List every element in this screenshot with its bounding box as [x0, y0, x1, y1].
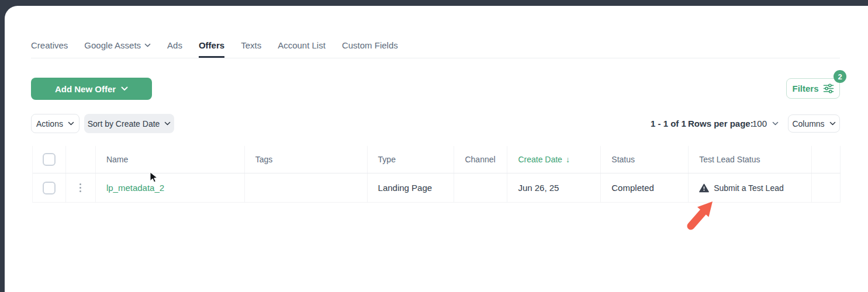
header-create-date-label: Create Date [518, 155, 562, 164]
tab-ads[interactable]: Ads [167, 33, 182, 58]
warning-icon [699, 183, 709, 193]
columns-label: Columns [792, 119, 824, 128]
row-menu-cell [66, 173, 96, 202]
add-new-offer-button[interactable]: Add New Offer [31, 78, 152, 100]
table-header-row: Name Tags Type Channel Create Date ↓ Sta… [33, 146, 841, 173]
header-menu-cell [66, 146, 96, 173]
cell-status: Completed [601, 173, 689, 202]
rows-per-page-select[interactable]: 100 [752, 114, 779, 133]
pagination-range: 1 - 1 of 1 [651, 114, 686, 133]
filters-label: Filters [792, 84, 818, 93]
header-type[interactable]: Type [368, 146, 455, 173]
chevron-down-icon [772, 121, 779, 126]
row-checkbox[interactable] [43, 182, 56, 194]
header-select-cell [33, 146, 66, 173]
chevron-down-icon [164, 121, 171, 126]
filters-count-badge: 2 [834, 70, 846, 83]
header-status[interactable]: Status [601, 146, 689, 173]
tab-texts[interactable]: Texts [241, 33, 261, 58]
actions-label: Actions [36, 119, 63, 128]
header-test-lead-status[interactable]: Test Lead Status [689, 146, 812, 173]
row-spacer-cell [812, 173, 841, 202]
cell-tags [245, 173, 368, 202]
tab-label: Offers [199, 40, 224, 50]
add-new-offer-label: Add New Offer [55, 84, 116, 94]
header-tags[interactable]: Tags [245, 146, 368, 173]
chevron-down-icon [68, 121, 74, 126]
actions-button[interactable]: Actions [31, 114, 79, 133]
chevron-down-icon [144, 43, 151, 47]
row-select-cell [33, 173, 66, 202]
tab-label: Account List [278, 40, 326, 50]
cell-create-date: Jun 26, 25 [507, 173, 601, 202]
filters-button[interactable]: Filters [786, 78, 840, 99]
tab-bar: Creatives Google Assets Ads Offers Texts… [31, 33, 840, 58]
cell-type: Landing Page [368, 173, 455, 202]
sort-by-button[interactable]: Sort by Create Date [84, 114, 174, 133]
tab-creatives[interactable]: Creatives [31, 33, 68, 58]
select-all-checkbox[interactable] [43, 153, 56, 166]
tab-label: Texts [241, 40, 261, 50]
columns-button[interactable]: Columns [788, 114, 840, 133]
tab-label: Creatives [31, 40, 68, 50]
tab-label: Ads [167, 40, 182, 50]
mouse-cursor-icon [150, 172, 158, 183]
sort-by-label: Sort by Create Date [88, 119, 160, 128]
test-lead-status-label: Submit a Test Lead [714, 183, 784, 193]
tab-custom-fields[interactable]: Custom Fields [342, 33, 398, 58]
sliders-icon [823, 84, 834, 93]
rows-per-page-label: Rows per page: [688, 114, 753, 133]
offer-name-link[interactable]: lp_metadata_2 [106, 183, 164, 193]
screen: Creatives Google Assets Ads Offers Texts… [0, 0, 868, 292]
tab-google-assets[interactable]: Google Assets [84, 33, 151, 58]
tab-offers[interactable]: Offers [199, 33, 224, 58]
row-menu-kebab-icon[interactable] [77, 181, 84, 194]
annotation-arrow-icon [684, 193, 719, 231]
cell-name: lp_metadata_2 [96, 173, 245, 202]
header-spacer-cell [812, 146, 841, 173]
chevron-down-icon [121, 86, 128, 91]
rows-per-page-value: 100 [752, 119, 767, 128]
chevron-down-icon [829, 121, 836, 126]
header-create-date[interactable]: Create Date ↓ [507, 146, 601, 173]
tab-account-list[interactable]: Account List [278, 33, 326, 58]
header-channel[interactable]: Channel [454, 146, 507, 173]
cell-channel [454, 173, 507, 202]
header-name[interactable]: Name [96, 146, 245, 173]
tab-label: Google Assets [84, 40, 141, 50]
tab-label: Custom Fields [342, 40, 398, 50]
sort-desc-icon: ↓ [566, 155, 570, 164]
